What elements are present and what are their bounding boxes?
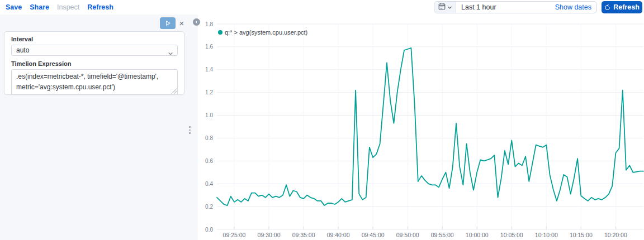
refresh-icon xyxy=(604,4,610,11)
timelion-chart[interactable]: 0.00.20.40.60.81.01.21.41.61.809:25:0009… xyxy=(198,15,644,240)
share-button[interactable]: Share xyxy=(30,3,49,11)
svg-text:09:50:00: 09:50:00 xyxy=(396,232,419,238)
svg-text:1.0: 1.0 xyxy=(205,112,213,118)
collapse-panel-button[interactable] xyxy=(193,18,200,26)
svg-text:10:05:00: 10:05:00 xyxy=(500,232,523,238)
close-icon[interactable]: × xyxy=(177,19,186,28)
chevron-down-icon xyxy=(447,2,452,12)
svg-text:09:35:00: 09:35:00 xyxy=(292,232,315,238)
svg-text:1.8: 1.8 xyxy=(205,21,213,27)
time-range-value[interactable]: Last 1 hour xyxy=(461,3,496,11)
drag-dot xyxy=(189,132,191,134)
toolbar-links: Save Share Inspect Refresh xyxy=(0,3,113,11)
expression-input[interactable] xyxy=(11,69,178,95)
top-toolbar: Save Share Inspect Refresh xyxy=(0,0,644,15)
svg-text:09:45:00: 09:45:00 xyxy=(362,232,385,238)
super-date-picker: Last 1 hour Show dates xyxy=(434,1,597,13)
expression-input-wrap xyxy=(11,69,178,95)
refresh-button-label: Refresh xyxy=(613,3,640,11)
legend-label: q:* > avg(system.cpu.user.pct) xyxy=(225,29,307,36)
svg-text:09:25:00: 09:25:00 xyxy=(223,232,246,238)
time-controls: Last 1 hour Show dates Refresh xyxy=(434,1,642,13)
panel-resize-handle[interactable] xyxy=(188,125,192,135)
drag-dot xyxy=(189,126,191,128)
chevron-down-icon xyxy=(168,49,173,59)
legend-dot xyxy=(218,30,222,35)
svg-text:10:15:00: 10:15:00 xyxy=(570,232,593,238)
svg-text:09:55:00: 09:55:00 xyxy=(431,232,454,238)
show-dates-link[interactable]: Show dates xyxy=(555,3,591,11)
collapse-left-icon xyxy=(195,20,198,24)
expression-label: Timelion Expression xyxy=(11,60,177,67)
expression-editor-card: Interval auto Timelion Expression xyxy=(4,31,184,95)
timelion-app: Save Share Inspect Refresh xyxy=(0,0,644,240)
interval-label: Interval xyxy=(11,36,177,42)
line-chart-svg: 0.00.20.40.60.81.01.21.41.61.809:25:0009… xyxy=(198,15,644,240)
timelion-editor-panel: × Interval auto Timelion Expression xyxy=(0,15,198,240)
svg-text:10:10:00: 10:10:00 xyxy=(535,232,558,238)
interval-select[interactable]: auto xyxy=(11,45,178,56)
inspect-button: Inspect xyxy=(57,3,79,11)
svg-text:1.2: 1.2 xyxy=(205,89,213,95)
svg-text:10:00:00: 10:00:00 xyxy=(466,232,489,238)
interval-value: auto xyxy=(16,46,29,54)
play-icon xyxy=(165,20,171,26)
svg-text:0.2: 0.2 xyxy=(205,204,213,210)
svg-text:10:20:00: 10:20:00 xyxy=(604,232,627,238)
play-button[interactable] xyxy=(160,17,176,29)
svg-text:0.6: 0.6 xyxy=(205,158,213,164)
drag-dot xyxy=(189,129,191,131)
svg-text:0.4: 0.4 xyxy=(205,181,213,187)
svg-text:0.0: 0.0 xyxy=(205,227,213,233)
calendar-icon xyxy=(438,2,446,12)
svg-text:1.4: 1.4 xyxy=(205,66,213,73)
svg-text:09:30:00: 09:30:00 xyxy=(258,232,281,238)
save-button[interactable]: Save xyxy=(6,3,22,11)
refresh-button[interactable]: Refresh xyxy=(602,1,642,13)
date-picker-value-area[interactable]: Last 1 hour Show dates xyxy=(456,2,596,13)
svg-text:1.6: 1.6 xyxy=(205,44,213,50)
svg-text:0.8: 0.8 xyxy=(205,135,213,141)
refresh-link[interactable]: Refresh xyxy=(87,3,113,11)
date-picker-toggle[interactable] xyxy=(434,2,456,13)
svg-text:09:40:00: 09:40:00 xyxy=(327,232,350,238)
